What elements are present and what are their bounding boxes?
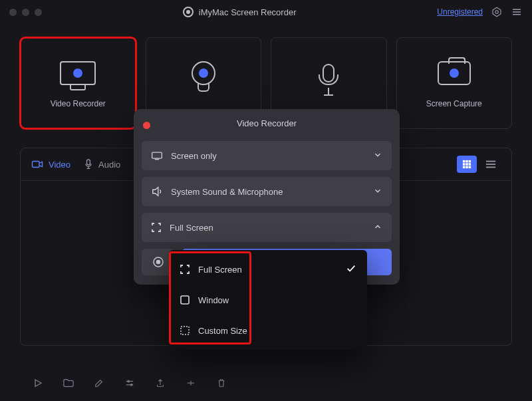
dropdown-window[interactable]: Window [169,285,367,315]
svg-rect-31 [181,327,189,334]
sliders-icon[interactable] [124,377,136,389]
grid-view-button[interactable] [457,156,477,173]
app-title: iMyMac Screen Recorder [42,7,437,17]
svg-rect-10 [463,163,466,166]
svg-rect-8 [466,160,468,163]
capture-area-dropdown: Full Screen Window Custom Size [169,250,367,350]
card-screen-capture[interactable]: Screen Capture [396,37,513,129]
screen-icon [151,151,163,160]
bottom-toolbar [32,377,227,389]
svg-rect-15 [469,166,471,169]
chevron-up-icon [373,222,382,233]
svg-rect-5 [33,162,40,168]
custom-size-icon [180,325,190,336]
svg-rect-9 [469,160,471,163]
export-icon[interactable] [154,377,166,389]
unregistered-link[interactable]: Unregistered [437,7,483,17]
dropdown-custom-size[interactable]: Custom Size [169,315,367,346]
option-screen-label: Screen only [171,151,217,161]
play-icon[interactable] [32,377,44,389]
edit-icon[interactable] [93,377,105,389]
check-icon [346,263,356,276]
option-capture-area[interactable]: Full Screen [142,213,392,242]
svg-point-1 [495,11,499,14]
svg-rect-11 [466,163,468,166]
svg-rect-14 [466,166,468,169]
webcam-icon [186,58,221,88]
option-audio-label: System Sound & Microphone [171,187,283,197]
svg-rect-13 [463,166,466,169]
svg-rect-26 [152,152,162,158]
dropdown-full-screen-label: Full Screen [198,265,242,275]
card-video-recorder[interactable]: Video Recorder [20,37,136,129]
record-settings-icon [152,256,164,268]
option-screen-source[interactable]: Screen only [142,141,392,170]
dropdown-window-label: Window [198,295,229,305]
option-area-label: Full Screen [170,223,213,233]
fullscreen-icon [151,222,162,233]
app-title-text: iMyMac Screen Recorder [199,7,297,17]
settings-icon[interactable] [491,6,503,18]
monitor-icon [60,58,96,88]
trash-icon[interactable] [215,377,227,389]
speaker-icon [151,186,163,197]
svg-rect-7 [463,160,466,163]
view-toggle [457,156,501,173]
microphone-icon [311,58,346,88]
chevron-down-icon [373,186,382,198]
rename-icon[interactable] [185,377,197,389]
svg-point-29 [157,261,160,264]
window-controls [9,9,42,16]
tab-video-label: Video [49,160,70,170]
close-modal-button[interactable] [143,122,150,129]
maximize-window[interactable] [35,9,42,16]
svg-rect-30 [181,296,189,304]
svg-marker-0 [493,7,501,17]
window-icon [180,295,190,305]
tab-audio-label: Audio [98,160,120,170]
dropdown-custom-label: Custom Size [198,326,247,336]
card-video-label: Video Recorder [51,99,106,108]
card-capture-label: Screen Capture [426,99,482,108]
app-logo-icon [183,7,194,17]
folder-icon[interactable] [63,377,74,389]
list-icon [485,160,496,169]
close-window[interactable] [9,9,17,16]
svg-rect-12 [469,163,471,166]
dropdown-full-screen[interactable]: Full Screen [169,254,367,285]
list-view-button[interactable] [481,156,501,173]
tab-audio[interactable]: Audio [84,159,120,170]
option-audio-source[interactable]: System Sound & Microphone [142,177,392,206]
fullscreen-icon [180,264,190,275]
video-icon [31,160,43,169]
mic-small-icon [84,159,93,170]
menu-icon[interactable] [511,6,523,18]
grid-icon [462,160,471,169]
tab-video[interactable]: Video [31,160,70,170]
svg-rect-6 [87,160,90,165]
camera-icon [436,58,472,88]
svg-marker-19 [35,380,41,386]
modal-header: Video Recorder [142,116,392,134]
minimize-window[interactable] [22,9,29,16]
modal-title: Video Recorder [142,118,392,128]
chevron-down-icon [373,150,382,162]
title-bar: iMyMac Screen Recorder Unregistered [0,0,532,24]
